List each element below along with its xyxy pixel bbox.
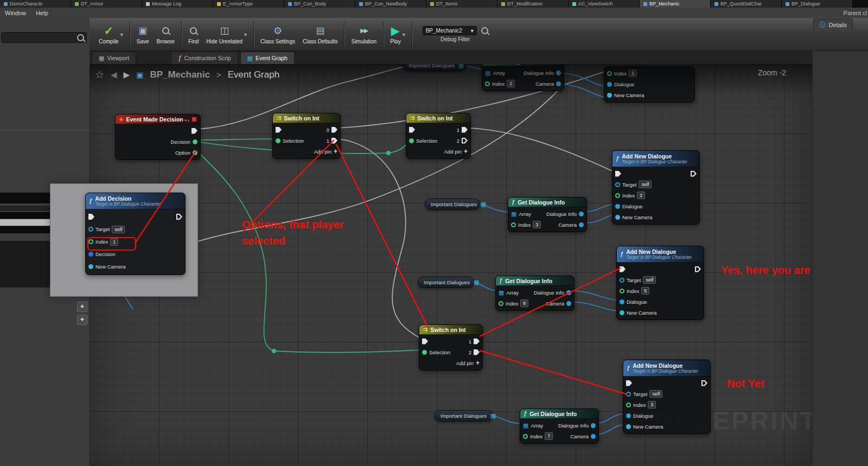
object-pin[interactable] [615, 204, 620, 209]
exec-pin[interactable] [691, 171, 697, 177]
tab-event-graph[interactable]: ▩Event Graph [240, 52, 295, 64]
pin-value[interactable]: 2 [507, 80, 515, 87]
array-out-pin[interactable]: ▦ [474, 279, 479, 285]
array-out-pin[interactable]: ▦ [490, 413, 496, 419]
cyan-pin[interactable] [615, 215, 620, 220]
tab-viewport[interactable]: ▦Viewport [92, 52, 136, 64]
object-pin[interactable] [626, 392, 631, 397]
reroute-node[interactable] [272, 349, 276, 353]
pin-value[interactable]: 1 [110, 238, 118, 246]
array-pin[interactable]: ▦ [485, 70, 490, 76]
menu-help[interactable]: Help [31, 10, 53, 16]
asset-tab-dt-modification[interactable]: DT_Modification [497, 0, 569, 8]
reroute-node[interactable] [386, 151, 391, 155]
exec-pin[interactable] [276, 127, 282, 133]
asset-tab-bp-con-body[interactable]: BP_Con_Body [284, 0, 355, 8]
node-add-decision[interactable]: ƒAdd DecisionTarget is BP Dialogue Chara… [85, 193, 186, 275]
int-pin[interactable] [620, 289, 624, 293]
object-pin[interactable] [556, 81, 561, 86]
add-pin-icon[interactable]: + [334, 148, 337, 155]
exec-pin[interactable] [474, 349, 480, 355]
favorite-star-icon[interactable]: ☆ [95, 68, 104, 81]
chevron-down-icon[interactable]: ▾ [403, 31, 405, 37]
int-pin[interactable] [511, 222, 516, 227]
object-pin[interactable] [579, 222, 584, 227]
asset-tab-message-log[interactable]: Message Log [142, 0, 213, 8]
array-pin[interactable]: ▦ [499, 290, 504, 296]
add-button[interactable]: + [77, 315, 87, 325]
node-get-dialogue-info-top[interactable]: ƒGet Dialogue Info▦ArrayDialogue InfoInd… [482, 64, 564, 91]
int-pin[interactable] [499, 301, 503, 306]
exec-pin[interactable] [422, 339, 428, 344]
delegate-pin[interactable] [192, 117, 197, 122]
chevron-down-icon[interactable]: ▾ [244, 31, 247, 37]
array-out-pin[interactable]: ▦ [458, 64, 464, 68]
asset-tab-democharacte[interactable]: DemoCharacte [0, 0, 71, 8]
exec-pin[interactable] [695, 266, 701, 272]
node-add-new-dialogue-1[interactable]: ƒAdd New DialogueTarget is BP Dialogue C… [612, 150, 700, 225]
debug-search-icon[interactable] [481, 27, 488, 34]
pin-value[interactable]: self [649, 390, 662, 398]
asset-tab-dt-armor[interactable]: DT_Armor [71, 0, 142, 8]
int-pin[interactable] [422, 350, 427, 355]
int-pin[interactable] [523, 434, 528, 439]
exec-pin[interactable] [615, 171, 621, 177]
object-pin[interactable] [626, 413, 631, 418]
toolbar-class-settings-button[interactable]: ⚙Class Settings [257, 20, 299, 48]
array-pin[interactable]: ▦ [511, 211, 516, 217]
int-pin[interactable] [193, 150, 197, 155]
variable-node-important-dialogues-1[interactable]: Important Dialogues▦ [425, 199, 480, 210]
add-pin-icon[interactable]: + [476, 360, 480, 366]
exec-pin[interactable] [192, 128, 197, 134]
node-switch-on-int-1[interactable]: ⇉Switch on Int0Selection1Add pin+ [272, 113, 341, 159]
toolbar-class-defaults-button[interactable]: ▤Class Defaults [299, 20, 341, 48]
toolbar-find-button[interactable]: Find [184, 20, 202, 48]
menu-window[interactable]: Window [0, 10, 31, 16]
array-out-pin[interactable]: ▦ [481, 201, 486, 207]
node-partial-top-right[interactable]: Index1DialogueNew Camera [604, 66, 695, 103]
int-pin[interactable] [409, 138, 414, 143]
exec-pin[interactable] [474, 339, 480, 344]
object-pin[interactable] [579, 212, 584, 216]
asset-tab-bp-questdialchar[interactable]: BP_QuestDialChar [711, 0, 782, 8]
variable-node-important-dialogues-2[interactable]: Important Dialogues▦ [418, 277, 474, 288]
toolbar-compile-button[interactable]: ✓Compile▾ [95, 20, 127, 48]
pin-value[interactable]: self [639, 181, 652, 188]
exec-pin[interactable] [88, 214, 94, 220]
node-get-dialogue-info-3[interactable]: ƒGet Dialogue Info▦ArrayDialogue InfoInd… [520, 408, 599, 444]
pin-value[interactable]: 5 [641, 287, 649, 295]
object-pin[interactable] [615, 182, 620, 187]
node-get-dialogue-info-2[interactable]: ƒGet Dialogue Info▦ArrayDialogue InfoInd… [495, 276, 575, 311]
int-pin[interactable] [485, 81, 490, 86]
breadcrumb-root[interactable]: BP_Mechanic [150, 69, 210, 80]
cyan-pin[interactable] [607, 93, 612, 98]
cyan-pin[interactable] [88, 264, 93, 269]
tab-construction-scrip[interactable]: ƒConstruction Scrip [171, 52, 238, 64]
struct-pin[interactable] [88, 252, 93, 257]
toolbar-browse-button[interactable]: Browse [153, 20, 178, 48]
node-event-made-decision[interactable]: ◈Event Made Decision - ALLDecisionOption [115, 114, 201, 160]
pin-value[interactable]: 3 [533, 221, 541, 228]
asset-tab-bp-dialogue[interactable]: BP_Dialogue [782, 0, 853, 8]
object-pin[interactable] [620, 278, 624, 283]
exec-pin[interactable] [620, 266, 626, 272]
node-get-dialogue-info-1[interactable]: ƒGet Dialogue Info▦ArrayDialogue InfoInd… [508, 197, 587, 232]
pin-value[interactable]: 1 [629, 69, 637, 77]
exec-pin[interactable] [409, 127, 415, 133]
exec-pin[interactable] [462, 127, 468, 133]
object-pin[interactable] [607, 82, 612, 87]
node-switch-on-int-2[interactable]: ⇉Switch on Int1Selection2Add pin+ [406, 113, 471, 159]
int-pin[interactable] [626, 403, 631, 407]
object-pin[interactable] [620, 299, 624, 304]
pin-value[interactable]: 2 [637, 191, 645, 199]
back-arrow-icon[interactable]: ◀ [111, 70, 117, 80]
node-add-new-dialogue-2[interactable]: ƒAdd New DialogueTarget is BP Dialogue C… [616, 246, 704, 320]
asset-tab-bp-con-newbody[interactable]: BP_Con_NewBody [355, 0, 426, 8]
variable-node-important-dialogues-3[interactable]: Important Dialogues▦ [435, 410, 493, 422]
object-pin[interactable] [566, 290, 571, 295]
toolbar-save-button[interactable]: ▣Save [133, 20, 153, 48]
pin-value[interactable]: self [643, 276, 656, 284]
pin-value[interactable]: 3 [648, 401, 656, 408]
tab-details[interactable]: ⓘ Details [813, 18, 853, 31]
object-pin[interactable] [566, 301, 571, 306]
